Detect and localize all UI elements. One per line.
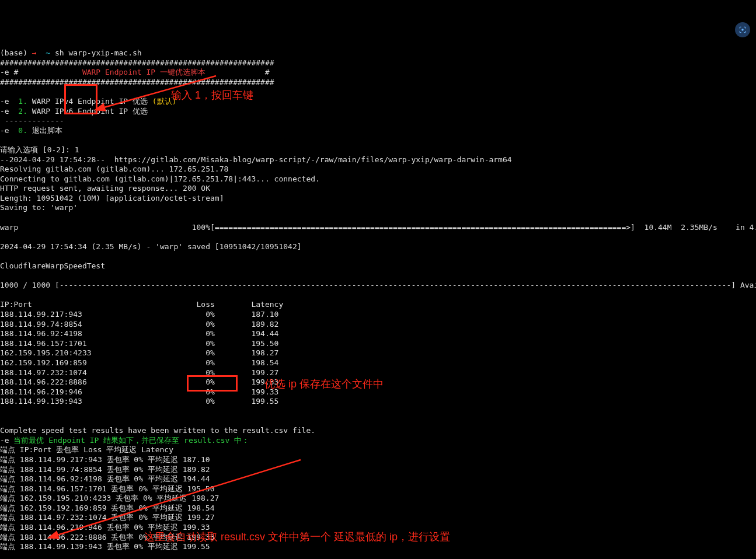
wget-length: Length: 10951042 (10M) [application/octe… [0, 194, 224, 202]
lens-icon[interactable] [735, 22, 750, 37]
banner-prefix: -e # [0, 68, 18, 76]
wget-url: https://gitlab.com/Misaka-blog/warp-scri… [114, 155, 512, 164]
menu-1-pre: -e [0, 97, 18, 106]
menu-dash: ------------- [0, 116, 64, 125]
banner-title: WARP Endpoint IP 一键优选脚本 [82, 68, 205, 76]
prompt-cmd: sh warp-yxip-mac.sh [55, 48, 142, 57]
speedtest-header: IP:Port Loss Latency [0, 300, 283, 309]
wget-http: HTTP request sent, awaiting response... … [0, 184, 210, 193]
hashline: ########################################… [0, 58, 274, 67]
prompt-arrow-icon: → [32, 48, 37, 57]
menu-0-txt: 退出脚本 [27, 126, 62, 135]
input-value[interactable]: 1 [75, 145, 79, 154]
prompt-base: (base) [0, 48, 27, 57]
menu-2-pre: -e [0, 107, 18, 116]
best-header: 端点 IP:Port 丢包率 Loss 平均延迟 Latency [0, 445, 173, 454]
wget-saving: Saving to: 'warp' [0, 203, 78, 212]
best-pre: -e [0, 436, 13, 445]
annotation-text-2: 优选 ip 保存在这个文件中 [264, 379, 384, 389]
input-prompt: 请输入选项 [0-2]: [0, 145, 75, 154]
terminal-output[interactable]: (base) → ~ sh warp-yxip-mac.sh #########… [0, 39, 756, 559]
best-b: 中： [229, 436, 249, 445]
svg-point-2 [742, 29, 743, 30]
best-a: 当前最优 Endpoint IP 结果如下，并已保存至 [13, 436, 184, 445]
annotation-box-resultcsv [187, 375, 238, 392]
annotation-text-3: 这里会自动读取 result.csv 文件中第一个 延迟最低的 ip，进行设置 [144, 532, 450, 542]
menu-0-pre: -e [0, 126, 18, 135]
wget-saved: 2024-04-29 17:54:34 (2.35 MB/s) - 'warp'… [0, 242, 302, 251]
annotation-text-1: 输入 1，按回车键 [171, 90, 253, 100]
menu-2-num: 2. [18, 107, 27, 116]
wget-resolve: Resolving gitlab.com (gitlab.com)... 172… [0, 165, 228, 173]
speedtest-dash: ----------------------------------------… [60, 281, 731, 289]
speedtest-title: CloudflareWarpSpeedTest [0, 261, 105, 270]
complete-msg: Complete speed test results have been wr… [0, 426, 315, 435]
annotation-box-input [64, 84, 97, 114]
menu-1-num: 1. [18, 97, 27, 106]
speedtest-avail-lbl: ] Available: [731, 281, 756, 289]
prompt-tilde: ~ [46, 48, 50, 57]
speedtest-counter: 1000 / 1000 [ [0, 281, 60, 289]
wget-connect: Connecting to gitlab.com (gitlab.com)|17… [0, 174, 320, 183]
hashline-2: ########################################… [0, 78, 274, 86]
speedtest-rows: 188.114.99.217:943 0% 187.10 188.114.99.… [0, 310, 756, 407]
banner-suffix: # [205, 68, 270, 76]
best-file: result.csv [184, 436, 229, 445]
wget-progress: warp 100%[==============================… [0, 223, 756, 232]
wget-ts: --2024-04-29 17:54:28-- [0, 155, 114, 164]
menu-0-num: 0. [18, 126, 27, 135]
